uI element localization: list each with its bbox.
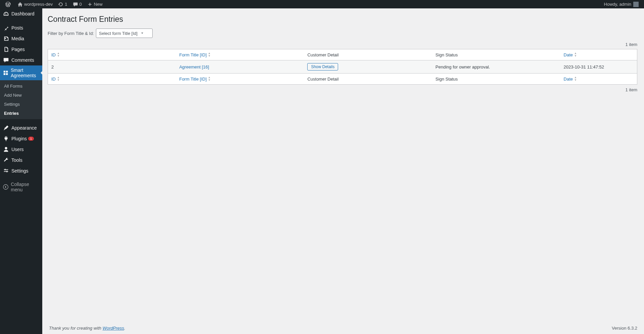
cell-id: 2 — [48, 60, 176, 74]
new-button[interactable]: New — [85, 0, 105, 8]
col-header-customer: Customer Detail — [304, 49, 432, 60]
sidebar-submenu: All Forms Add New Settings Entries — [0, 80, 42, 119]
greeting-label: Howdy, admin — [604, 2, 631, 7]
sidebar-item-label: Plugins — [11, 136, 27, 141]
menu-separator — [0, 119, 42, 123]
updates-icon — [58, 2, 63, 7]
sidebar-item-label: Media — [11, 36, 24, 41]
item-count-top: 1 item — [48, 42, 637, 47]
sidebar-item-label: Collapse menu — [11, 182, 40, 192]
sidebar-item-label: Settings — [11, 168, 29, 174]
media-icon — [3, 35, 9, 42]
sidebar-item-label: Smart Agreements — [11, 67, 40, 78]
show-details-button[interactable]: Show Details — [307, 63, 338, 70]
filter-label: Filter by Form Title & Id: — [48, 31, 94, 36]
comments-icon — [3, 57, 9, 63]
avatar-icon — [633, 2, 639, 7]
cell-form-title: Agreement [16] — [176, 60, 304, 74]
admin-bar: wordpress-dev 1 0 New Howdy, admin — [0, 0, 644, 8]
dashboard-icon — [3, 10, 9, 17]
col-header-sign-status: Sign Status — [432, 49, 560, 60]
sidebar-item-tools[interactable]: Tools — [0, 155, 42, 165]
chevron-down-icon — [140, 31, 144, 35]
comments-count: 0 — [79, 2, 82, 7]
item-count-bottom: 1 item — [48, 87, 637, 92]
sort-icon: ▲▼ — [574, 52, 577, 57]
sidebar-item-pages[interactable]: Pages — [0, 44, 42, 55]
sort-icon: ▲▼ — [57, 52, 60, 57]
sidebar-item-posts[interactable]: Posts — [0, 22, 42, 33]
comment-icon — [73, 2, 78, 7]
sidebar-item-appearance[interactable]: Appearance — [0, 123, 42, 133]
wp-logo-button[interactable] — [3, 0, 15, 8]
form-filter-select[interactable]: Select form Title [Id] — [96, 29, 153, 38]
user-icon — [3, 146, 9, 153]
sidebar-item-plugins[interactable]: Plugins 1 — [0, 133, 42, 144]
admin-footer: Thank you for creating with WordPress. V… — [42, 322, 644, 334]
col-footer-date[interactable]: Date▲▼ — [560, 74, 637, 85]
sidebar-item-label: Tools — [11, 157, 22, 163]
sidebar-item-label: Pages — [11, 47, 25, 52]
sliders-icon — [3, 168, 9, 174]
menu-separator — [0, 176, 42, 180]
sidebar-item-label: Dashboard — [11, 11, 35, 16]
comments-button[interactable]: 0 — [70, 0, 85, 8]
cell-customer: Show Details — [304, 60, 432, 74]
sidebar-collapse-button[interactable]: Collapse menu — [0, 180, 42, 194]
sidebar-item-settings[interactable]: Settings — [0, 165, 42, 176]
entries-table: ID▲▼ Form Title [ID]▲▼ Customer Detail S… — [48, 49, 637, 85]
cell-date: 2023-10-31 11:47:52 — [560, 60, 637, 74]
col-header-form-title[interactable]: Form Title [ID]▲▼ — [176, 49, 304, 60]
sort-icon: ▲▼ — [208, 52, 211, 57]
sidebar-item-smart-agreements[interactable]: Smart Agreements — [0, 65, 42, 80]
col-header-id[interactable]: ID▲▼ — [48, 49, 176, 60]
sidebar-item-users[interactable]: Users — [0, 144, 42, 155]
sidebar-item-label: Comments — [11, 57, 34, 63]
form-title-link[interactable]: Agreement [16] — [179, 64, 209, 69]
sidebar-item-label: Appearance — [11, 125, 37, 131]
filter-row: Filter by Form Title & Id: Select form T… — [48, 29, 637, 38]
page-title: Contract Form Entries — [48, 12, 637, 25]
updates-count: 1 — [65, 2, 67, 7]
col-header-date[interactable]: Date▲▼ — [560, 49, 637, 60]
main-content: Contract Form Entries Filter by Form Tit… — [42, 8, 644, 334]
sidebar-item-media[interactable]: Media — [0, 33, 42, 44]
agreements-icon — [3, 69, 9, 76]
sidebar-item-label: Posts — [11, 25, 23, 31]
account-button[interactable]: Howdy, admin — [601, 0, 641, 8]
updates-button[interactable]: 1 — [55, 0, 70, 8]
admin-bar-left: wordpress-dev 1 0 New — [3, 0, 105, 8]
col-footer-form-title[interactable]: Form Title [ID]▲▼ — [176, 74, 304, 85]
plugin-update-badge: 1 — [28, 137, 34, 141]
col-footer-sign-status: Sign Status — [432, 74, 560, 85]
col-footer-id[interactable]: ID▲▼ — [48, 74, 176, 85]
site-name-button[interactable]: wordpress-dev — [15, 0, 55, 8]
table-header-row: ID▲▼ Form Title [ID]▲▼ Customer Detail S… — [48, 49, 637, 60]
sort-icon: ▲▼ — [574, 76, 577, 82]
footer-version: Version 6.3.2 — [612, 326, 637, 331]
site-name-label: wordpress-dev — [24, 2, 53, 7]
menu-separator — [0, 19, 42, 22]
sidebar-item-comments[interactable]: Comments — [0, 55, 42, 65]
table-row: 2 Agreement [16] Show Details Pending fo… — [48, 60, 637, 74]
plug-icon — [3, 135, 9, 142]
cell-sign-status: Pending for owner approval. — [432, 60, 560, 74]
plus-icon — [87, 2, 93, 7]
submenu-settings[interactable]: Settings — [0, 100, 42, 109]
admin-sidebar: Dashboard Posts Media Pages Comments Sma… — [0, 8, 42, 334]
pin-icon — [3, 25, 9, 31]
col-footer-customer: Customer Detail — [304, 74, 432, 85]
brush-icon — [3, 125, 9, 131]
submenu-entries[interactable]: Entries — [0, 109, 42, 118]
collapse-icon — [3, 184, 9, 190]
submenu-all-forms[interactable]: All Forms — [0, 82, 42, 91]
wordpress-link[interactable]: WordPress — [103, 326, 124, 331]
sidebar-item-dashboard[interactable]: Dashboard — [0, 8, 42, 19]
submenu-add-new[interactable]: Add New — [0, 91, 42, 100]
sort-icon: ▲▼ — [208, 76, 211, 82]
new-label: New — [94, 2, 103, 7]
admin-bar-right: Howdy, admin — [601, 0, 641, 8]
home-icon — [17, 2, 23, 7]
wrench-icon — [3, 157, 9, 163]
sidebar-item-label: Users — [11, 147, 24, 152]
